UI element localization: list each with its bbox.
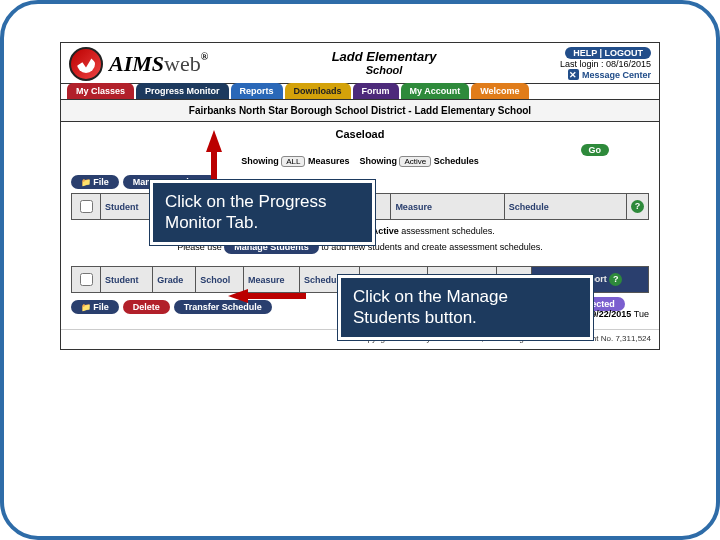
today-day: Tue (634, 309, 649, 319)
panel-heading: Caseload (71, 128, 649, 140)
tab-my-classes[interactable]: My Classes (67, 83, 134, 99)
showing-label-2: Showing (359, 156, 397, 166)
help-logout-button[interactable]: HELP | LOGOUT (565, 47, 651, 59)
select-all-1[interactable] (72, 194, 101, 220)
tab-reports[interactable]: Reports (231, 83, 283, 99)
message-center-label: Message Center (582, 70, 651, 80)
delete-button[interactable]: Delete (123, 300, 170, 314)
col2-grade[interactable]: Grade (153, 267, 196, 293)
file-button-2[interactable]: File (71, 300, 119, 314)
col2-student[interactable]: Student (101, 267, 153, 293)
help-col-1[interactable]: ? (627, 194, 649, 220)
logo: AIMSweb® (69, 47, 208, 81)
note-text2: assessment schedules. (399, 226, 495, 236)
logo-icon (69, 47, 103, 81)
callout-manage-students: Click on the Manage Students button. (338, 275, 593, 340)
tab-bar: My Classes Progress Monitor Reports Down… (61, 83, 659, 99)
logo-text: AIMSweb® (109, 51, 208, 77)
callout-progress-monitor: Click on the Progress Monitor Tab. (150, 180, 375, 245)
arrow-progress-monitor (206, 130, 222, 152)
tab-downloads[interactable]: Downloads (285, 83, 351, 99)
filter-active-select[interactable]: Active (399, 156, 431, 167)
arrow-manage-students (228, 289, 248, 303)
tab-my-account[interactable]: My Account (401, 83, 470, 99)
col-schedule[interactable]: Schedule (504, 194, 626, 220)
school-line1: Ladd Elementary (332, 49, 437, 64)
tab-progress-monitor[interactable]: Progress Monitor (136, 83, 229, 99)
col-measure[interactable]: Measure (391, 194, 504, 220)
logo-reg: ® (201, 51, 208, 62)
transfer-schedule-button[interactable]: Transfer Schedule (174, 300, 272, 314)
message-icon: ✕ (568, 69, 579, 80)
help-icon[interactable]: ? (609, 273, 622, 286)
go-button[interactable]: Go (581, 144, 610, 156)
header-right: HELP | LOGOUT Last login : 08/16/2015 ✕ … (560, 47, 651, 80)
logo-suffix: web (164, 51, 201, 76)
measures-label: Measures (308, 156, 350, 166)
schedules-label: Schedules (434, 156, 479, 166)
showing-label-1: Showing (241, 156, 279, 166)
last-login: Last login : 08/16/2015 (560, 59, 651, 69)
header: AIMSweb® Ladd Elementary School HELP | L… (61, 43, 659, 84)
school-line2: School (208, 64, 560, 76)
message-center-link[interactable]: ✕ Message Center (560, 69, 651, 80)
tab-forum[interactable]: Forum (353, 83, 399, 99)
select-all-2[interactable] (72, 267, 101, 293)
breadcrumb: Fairbanks North Star Borough School Dist… (61, 99, 659, 122)
col2-measure[interactable]: Measure (244, 267, 300, 293)
file-button-1[interactable]: File (71, 175, 119, 189)
tab-welcome[interactable]: Welcome (471, 83, 528, 99)
filter-row: Showing ALL Measures Showing Active Sche… (71, 156, 649, 167)
today-date: 09/22/2015 (586, 309, 631, 319)
note-active: Active (372, 226, 399, 236)
logo-main: AIMS (109, 51, 164, 76)
filter-all-select[interactable]: ALL (281, 156, 305, 167)
school-title: Ladd Elementary School (208, 47, 560, 76)
